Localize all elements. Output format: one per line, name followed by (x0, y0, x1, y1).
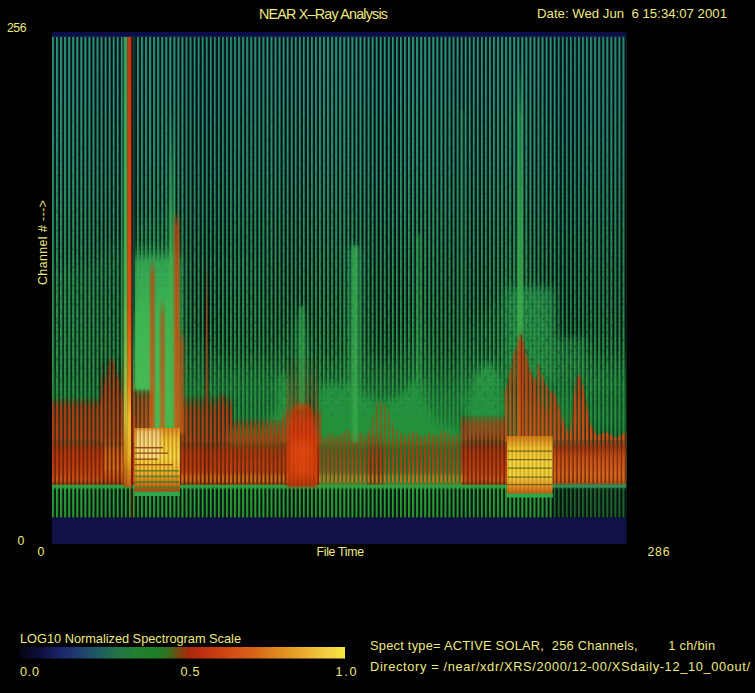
svg-text:Channel # --->: Channel # ---> (36, 200, 50, 285)
svg-text:0: 0 (18, 534, 25, 548)
svg-text:LOG10 Normalized Spectrogram S: LOG10 Normalized Spectrogram Scale (20, 631, 241, 646)
svg-text:0.0: 0.0 (20, 665, 39, 679)
svg-text:NEAR X–Ray Analysis: NEAR X–Ray Analysis (259, 6, 388, 22)
svg-text:Date: Wed Jun 6 15:34:07 2001: Date: Wed Jun 6 15:34:07 2001 (537, 6, 727, 21)
svg-text:1.0: 1.0 (336, 665, 357, 679)
svg-text:0.5: 0.5 (181, 665, 200, 679)
svg-text:256: 256 (7, 21, 27, 35)
svg-text:Directory = /near/xdr/XRS/2000: Directory = /near/xdr/XRS/2000/12-00/XSd… (370, 659, 750, 674)
svg-text:0: 0 (38, 545, 45, 559)
svg-text:File Time: File Time (317, 545, 365, 559)
svg-text:Spect type= ACTIVE SOLAR, 256: Spect type= ACTIVE SOLAR, 256 Channels, … (370, 638, 715, 653)
svg-text:286: 286 (648, 545, 670, 559)
